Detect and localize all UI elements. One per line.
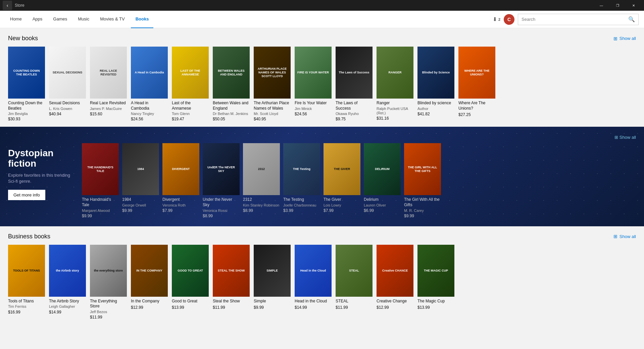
- book-price: $9.75: [336, 117, 373, 121]
- book-item[interactable]: STEALSTEAL$11.99: [336, 245, 373, 319]
- app-title: Store: [15, 3, 24, 8]
- book-item[interactable]: Blinded by ScienceBlinded by scienceAuth…: [417, 47, 454, 121]
- book-cover: REAL LACE REVISITED: [90, 47, 127, 99]
- book-price: $24.56: [131, 117, 168, 121]
- book-item[interactable]: LAST OF THE ANNAMESELast of the Annamese…: [172, 47, 209, 121]
- book-cover: RANGER: [377, 47, 413, 99]
- download-badge[interactable]: ⬇ 2: [493, 16, 500, 22]
- book-item[interactable]: THE MAGIC CUPThe Magic Cup$13.99: [417, 245, 454, 319]
- book-cover: DELIRIUM: [364, 143, 401, 195]
- book-cover: A Head in Cambodia: [131, 47, 168, 99]
- user-avatar[interactable]: C: [504, 14, 514, 25]
- book-title: Delirium: [364, 197, 401, 202]
- book-item[interactable]: UndER The NEVER SKYUnder the Never SkyVe…: [203, 143, 240, 218]
- book-title: The Girl With All the Gifts: [404, 197, 441, 208]
- book-cover: THE GIVER: [324, 143, 360, 195]
- book-cover: THE Testing: [283, 143, 320, 195]
- back-button[interactable]: ‹: [3, 1, 12, 10]
- nav-music[interactable]: Music: [73, 11, 94, 28]
- book-price: $8.99: [243, 208, 280, 213]
- book-item[interactable]: STEAL THE SHOWSteal the Show$11.99: [213, 245, 250, 319]
- book-item[interactable]: 19841984George Orwell$9.99: [122, 143, 159, 218]
- book-cover: FIRE IS YOUR WATER: [295, 47, 332, 99]
- book-title: Real Lace Revisited: [90, 101, 127, 106]
- search-input[interactable]: [518, 14, 625, 25]
- book-item[interactable]: RANGERRangerRalph Puckett USA (Ret.)$31.…: [377, 47, 413, 121]
- book-item[interactable]: BETWEEN WALES AND ENGLANDBetween Wales a…: [213, 47, 250, 121]
- book-item[interactable]: TOOLS OF TITANSTools of TitansTim Ferris…: [8, 245, 45, 319]
- nav-home[interactable]: Home: [5, 11, 27, 28]
- book-author: L. Kris Gowen: [49, 107, 86, 111]
- nav-movies[interactable]: Movies & TV: [95, 11, 129, 28]
- book-title: Counting Down the Beatles: [8, 101, 45, 111]
- book-item[interactable]: WHERE ARE THE UNIONS?Where Are The Union…: [458, 47, 495, 121]
- book-title: Simple: [254, 299, 291, 304]
- book-price: $40.95: [254, 117, 291, 121]
- book-price: $12.99: [377, 305, 413, 310]
- book-item[interactable]: ARTHURIAN PLACE NAMES OF WALES SCOTT LLO…: [254, 47, 291, 121]
- new-books-title: New books: [8, 35, 38, 42]
- book-item[interactable]: The Laws of SuccessThe Laws of SuccessOk…: [336, 47, 373, 121]
- book-item[interactable]: A Head in CambodiaA Head in CambodiaNanc…: [131, 47, 168, 121]
- book-item[interactable]: REAL LACE REVISITEDReal Lace RevisitedJa…: [90, 47, 127, 121]
- dystopian-desc: Explore favorites in this trending Sci-f…: [8, 172, 75, 184]
- book-item[interactable]: SIMPLESimple$9.99: [254, 245, 291, 319]
- book-item[interactable]: DELIRIUMDeliriumLauren Oliver$6.99: [364, 143, 401, 218]
- new-books-show-all[interactable]: ⊞ Show all: [613, 36, 636, 41]
- book-item[interactable]: Creative CHANCECreative Change$12.99: [377, 245, 413, 319]
- book-price: $27.25: [458, 112, 495, 117]
- book-price: $40.94: [49, 112, 86, 116]
- titlebar: ‹ Store — ❐ ✕: [0, 0, 644, 11]
- book-price: $50.05: [213, 117, 250, 121]
- book-item[interactable]: THE GIRL WITH ALL THE GIFTSThe Girl With…: [404, 143, 441, 218]
- dystopian-left: Dystopian fiction Explore favorites in t…: [8, 135, 82, 200]
- book-title: Fire Is Your Water: [295, 101, 332, 106]
- dystopian-show-all-link[interactable]: ⊞ Show all: [614, 135, 636, 140]
- book-title: A Head in Cambodia: [131, 101, 168, 111]
- dystopian-get-more-info[interactable]: Get more info: [8, 190, 45, 200]
- book-item[interactable]: THE TestingThe TestingJoelle Charbonneau…: [283, 143, 320, 218]
- dystopian-right: ⊞ Show all THE HANDMAID'S TALEThe Handma…: [82, 135, 636, 218]
- book-item[interactable]: the everything storeThe Everything Store…: [90, 245, 127, 319]
- nav-books[interactable]: Books: [131, 11, 154, 28]
- book-author: Ralph Puckett USA (Ret.): [377, 107, 413, 115]
- book-title: Under the Never Sky: [203, 197, 240, 208]
- book-item[interactable]: THE HANDMAID'S TALEThe Handmaid's TaleMa…: [82, 143, 119, 218]
- book-price: $12.99: [131, 305, 168, 310]
- book-item[interactable]: DIVERGENTDivergentVeronica Roth$7.99: [162, 143, 199, 218]
- book-cover: 1984: [122, 143, 159, 195]
- book-price: $9.99: [122, 208, 159, 213]
- search-button[interactable]: 🔍: [625, 14, 638, 25]
- book-author: Tom Glenn: [172, 112, 209, 116]
- book-title: Blinded by science: [417, 101, 454, 106]
- book-item[interactable]: the Airbnb storyThe Airbnb StoryLeigh Ga…: [49, 245, 86, 319]
- nav-games[interactable]: Games: [48, 11, 72, 28]
- book-item[interactable]: IN THE COMPANYIn the Company$12.99: [131, 245, 168, 319]
- book-title: The Magic Cup: [417, 299, 454, 304]
- close-button[interactable]: ✕: [626, 0, 641, 11]
- dystopian-show-all: ⊞ Show all: [82, 135, 636, 140]
- book-item[interactable]: SEXUAL DECISIONSSexual DecisionsL. Kris …: [49, 47, 86, 121]
- book-item[interactable]: COUNTING DOWN THE BEATLESCounting Down t…: [8, 47, 45, 121]
- grid-icon-2: ⊞: [614, 135, 618, 140]
- nav-apps[interactable]: Apps: [28, 11, 47, 28]
- book-item[interactable]: 23122312Kim Stanley Robinson$8.99: [243, 143, 280, 218]
- book-item[interactable]: THE GIVERThe GiverLois Lowry$7.99: [324, 143, 360, 218]
- book-price: $19.47: [172, 117, 209, 121]
- book-item[interactable]: GOOD TO GREATGood to Great$13.99: [172, 245, 209, 319]
- book-title: Tools of Titans: [8, 299, 45, 304]
- business-show-all[interactable]: ⊞ Show all: [613, 234, 636, 239]
- restore-button[interactable]: ❐: [610, 0, 625, 11]
- book-price: $7.99: [324, 208, 360, 213]
- book-author: Margaret Atwood: [82, 209, 119, 213]
- main-content: New books ⊞ Show all COUNTING DOWN THE B…: [0, 28, 644, 325]
- new-books-header: New books ⊞ Show all: [8, 35, 636, 42]
- minimize-button[interactable]: —: [594, 0, 609, 11]
- book-item[interactable]: FIRE IS YOUR WATERFire Is Your WaterJim …: [295, 47, 332, 121]
- book-item[interactable]: Head in the CloudHead in the Cloud$14.99: [295, 245, 332, 319]
- book-price: $14.99: [49, 310, 86, 314]
- book-title: STEAL: [336, 299, 373, 304]
- book-author: George Orwell: [122, 203, 159, 208]
- book-price: $6.99: [364, 208, 401, 213]
- book-cover: WHERE ARE THE UNIONS?: [458, 47, 495, 99]
